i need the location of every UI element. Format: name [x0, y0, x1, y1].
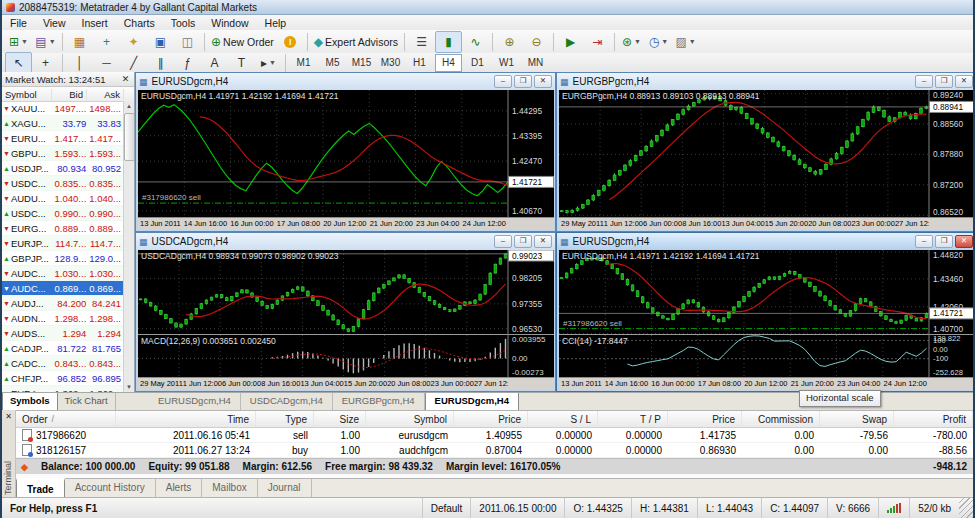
trendline-button[interactable]: ╱ — [120, 52, 147, 74]
symbol-row[interactable]: ▼GBPU...1.593...1.593... — [2, 146, 123, 161]
symbol-row[interactable]: ▼AUDC...0.869...0.869... — [2, 281, 123, 296]
symbol-row[interactable]: ▲CADJP...81.72281.765 — [2, 341, 123, 356]
chart-canvas[interactable]: 0.982050.973550.965300.99023USDCADgcm,H4… — [138, 250, 554, 390]
symbol-row[interactable]: ▲USDJP...80.93480.952 — [2, 161, 123, 176]
close-icon[interactable]: ✕ — [534, 235, 552, 248]
zoom-in-button[interactable]: ⊕ — [496, 31, 523, 53]
zoom-out-button[interactable]: ⊖ — [523, 31, 550, 53]
timeframe-m5[interactable]: M5 — [319, 54, 346, 72]
chart-tab-1[interactable]: USDCADgcm,H4 — [241, 393, 333, 411]
chart-canvas[interactable]: #317986620 sell1.442951.433951.424701.40… — [138, 90, 554, 230]
timeframe-h1[interactable]: H1 — [406, 54, 433, 72]
terminal-tab-account-history[interactable]: Account History — [65, 479, 156, 498]
orders-column-price[interactable]: Price — [668, 411, 742, 427]
menu-view[interactable]: View — [35, 15, 74, 30]
cursor-button[interactable]: ↖ — [5, 52, 32, 74]
price-chart[interactable]: #317986620 sell1.442951.433951.424701.40… — [138, 90, 554, 217]
symbol-row[interactable]: ▼AUDC...1.030...1.030... — [2, 266, 123, 281]
minimize-icon[interactable]: – — [494, 75, 512, 88]
market-watch-scrollbar[interactable]: ▲ ▼ — [123, 101, 134, 392]
menu-window[interactable]: Window — [203, 15, 256, 30]
order-row[interactable]: 3179866202011.06.16 05:41sell1.00eurusdg… — [16, 428, 973, 443]
vertical-line-button[interactable]: │ — [66, 52, 93, 74]
symbol-row[interactable]: ▲CADC...0.843...0.843... — [2, 356, 123, 371]
orders-column-swap[interactable]: Swap — [820, 411, 894, 427]
chart-window-usdcadgcm-h4[interactable]: ▦USDCADgcm,H4–❐✕0.982050.973550.965300.9… — [135, 232, 556, 392]
profiles-button[interactable]: ▤▼ — [32, 31, 59, 53]
new-chart-button[interactable]: ⊞▼ — [5, 31, 32, 53]
chart-title-bar[interactable]: ▦EURGBPgcm,H4–❐✕ — [557, 73, 975, 90]
close-icon[interactable]: ✕ — [534, 75, 552, 88]
close-icon[interactable]: ✕ — [955, 75, 973, 88]
terminal-tab-alerts[interactable]: Alerts — [156, 479, 203, 498]
symbol-row[interactable]: ▼USDC...0.835...0.835... — [2, 176, 123, 191]
chart-title-bar[interactable]: ▦EURUSDgcm,H4–❐✕ — [557, 233, 975, 250]
chart-canvas[interactable]: 0.892400.885600.878800.872000.865200.889… — [559, 90, 975, 230]
data-window-toggle-button[interactable]: + — [93, 31, 120, 53]
metaquotes-alert-button[interactable]: ! — [277, 31, 304, 53]
title-bar[interactable]: 2088475319: Metatrader 4 by Gallant Capi… — [2, 0, 973, 15]
terminal-tab-trade[interactable]: Trade — [16, 478, 65, 498]
fibonacci-retracement-button[interactable]: ƒ — [174, 52, 201, 74]
restore-icon[interactable]: ❐ — [935, 235, 953, 248]
chart-canvas[interactable]: #317986620 sell1.448201.434601.420601.40… — [559, 250, 975, 390]
scroll-down-icon[interactable]: ▼ — [126, 382, 132, 392]
terminal-close-icon[interactable]: ✕ — [2, 412, 15, 421]
horizontal-line-button[interactable]: ─ — [93, 52, 120, 74]
menu-file[interactable]: File — [2, 15, 35, 30]
timeframe-h4[interactable]: H4 — [435, 54, 462, 72]
terminal-tab-journal[interactable]: Journal — [258, 479, 312, 498]
market-watch-tab-tick-chart[interactable]: Tick Chart — [58, 393, 116, 411]
chart-tab-0[interactable]: EURUSDgcm,H4 — [149, 393, 241, 411]
symbol-row[interactable]: ▼EURU...1.417...1.417... — [2, 131, 123, 146]
text-label-button[interactable]: T — [228, 52, 255, 74]
market-watch-toggle-button[interactable]: ▦ — [66, 31, 93, 53]
symbol-row[interactable]: ▼EURJP...114.7...114.7... — [2, 236, 123, 251]
arrows-tool-button[interactable]: ▸▼ — [255, 52, 282, 74]
symbol-row[interactable]: ▲CHFJP...96.85296.895 — [2, 371, 123, 386]
orders-column-time[interactable]: Time — [116, 411, 256, 427]
order-row[interactable]: 3181261572011.06.27 13:24buy1.00audchfgc… — [16, 443, 973, 458]
timeframe-w1[interactable]: W1 — [493, 54, 520, 72]
orders-column-profit[interactable]: Profit — [894, 411, 973, 427]
menu-charts[interactable]: Charts — [116, 15, 163, 30]
timeframe-mn[interactable]: MN — [522, 54, 549, 72]
symbol-row[interactable]: ▼AUDU...1.040...1.040... — [2, 191, 123, 206]
price-chart[interactable]: 0.892400.885600.878800.872000.865200.889… — [559, 90, 975, 217]
column-header-bid[interactable]: Bid — [52, 89, 87, 100]
terminal-toggle-button[interactable]: ▣ — [147, 31, 174, 53]
chart-title-bar[interactable]: ▦EURUSDgcm,H4–❐✕ — [136, 73, 555, 90]
column-header-ask[interactable]: Ask — [87, 89, 124, 100]
timeframe-d1[interactable]: D1 — [464, 54, 491, 72]
chart-window-eurusdgcm-h4[interactable]: ▦EURUSDgcm,H4–❐✕#317986620 sell1.448201.… — [556, 232, 975, 392]
terminal-tab-mailbox[interactable]: Mailbox — [202, 479, 257, 498]
expert-advisors-button[interactable]: ◆Expert Advisors — [311, 31, 401, 53]
status-profile[interactable]: Default — [422, 498, 471, 518]
minimize-icon[interactable]: – — [915, 235, 933, 248]
indicators-list-button[interactable]: ⊛▼ — [618, 31, 645, 53]
market-watch-tab-symbols[interactable]: Symbols — [2, 393, 58, 411]
chart-window-eurusdgcm-h4[interactable]: ▦EURUSDgcm,H4–❐✕#317986620 sell1.442951.… — [135, 72, 556, 232]
orders-column-order[interactable]: Order/ — [16, 411, 116, 427]
symbol-row[interactable]: ▼AUDS...1.2941.294 — [2, 326, 123, 341]
scroll-thumb[interactable] — [124, 113, 135, 161]
symbol-row[interactable]: ▲XAGU...33.7933.83 — [2, 116, 123, 131]
resize-grip[interactable] — [959, 498, 973, 518]
chart-bars-button[interactable]: ☰ — [408, 31, 435, 53]
minimize-icon[interactable]: – — [494, 235, 512, 248]
auto-scroll-button[interactable]: ▶ — [557, 31, 584, 53]
menu-help[interactable]: Help — [257, 15, 295, 30]
equidistant-channel-button[interactable]: ∥ — [147, 52, 174, 74]
templates-button[interactable]: ▨▼ — [672, 31, 699, 53]
orders-column-symbol[interactable]: Symbol — [366, 411, 454, 427]
chart-title-bar[interactable]: ▦USDCADgcm,H4–❐✕ — [136, 233, 555, 250]
timeframe-m30[interactable]: M30 — [377, 54, 404, 72]
symbol-row[interactable]: ▼XAUU...1497....1498.... — [2, 101, 123, 116]
restore-icon[interactable]: ❐ — [514, 235, 532, 248]
periods-list-button[interactable]: ◷▼ — [645, 31, 672, 53]
chart-window-eurgbpgcm-h4[interactable]: ▦EURGBPgcm,H4–❐✕0.892400.885600.878800.8… — [556, 72, 975, 232]
menu-insert[interactable]: Insert — [74, 15, 116, 30]
text-button[interactable]: A — [201, 52, 228, 74]
price-chart[interactable]: #317986620 sell1.448201.434601.420601.40… — [559, 250, 975, 334]
close-icon[interactable]: ✕ — [955, 235, 973, 248]
